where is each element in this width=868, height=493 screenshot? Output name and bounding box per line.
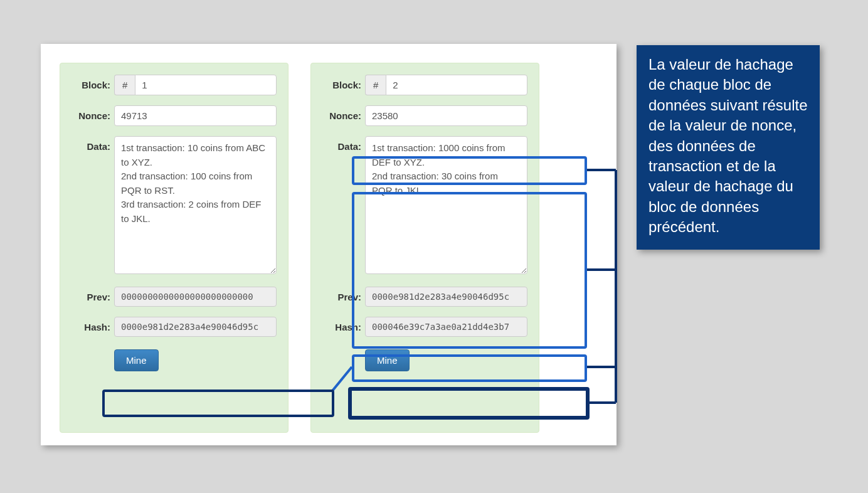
- blockchain-demo-panel: Block: # Nonce: Data: Prev: 0000000000: [41, 44, 617, 445]
- block-card-1: Block: # Nonce: Data: Prev: 0000000000: [60, 63, 288, 433]
- label-prev: Prev:: [71, 287, 114, 302]
- block-number-group: #: [114, 75, 277, 95]
- mine-button[interactable]: Mine: [365, 349, 410, 371]
- block-number-input[interactable]: [386, 75, 527, 95]
- hash-field: 0000e981d2e283a4e90046d95c: [114, 317, 277, 337]
- explanation-text: La valeur de hachage de chaque bloc de d…: [648, 56, 808, 235]
- nonce-input[interactable]: [365, 105, 527, 126]
- block-number-input[interactable]: [135, 75, 277, 95]
- nonce-input[interactable]: [114, 105, 277, 126]
- label-data: Data:: [322, 136, 365, 152]
- explanation-callout: La valeur de hachage de chaque bloc de d…: [637, 45, 820, 250]
- label-block: Block:: [322, 75, 365, 90]
- hash-prefix-addon: #: [365, 75, 386, 95]
- data-textarea[interactable]: [365, 136, 527, 274]
- label-hash: Hash:: [322, 317, 365, 332]
- label-prev: Prev:: [322, 287, 365, 302]
- label-nonce: Nonce:: [322, 105, 365, 121]
- data-textarea[interactable]: [114, 136, 277, 274]
- hash-field: 000046e39c7a3ae0a21dd4e3b7: [365, 317, 527, 337]
- block-card-2: Block: # Nonce: Data: Prev: 0000e981d2: [310, 63, 539, 433]
- label-hash: Hash:: [71, 317, 114, 332]
- label-block: Block:: [71, 75, 114, 90]
- mine-button[interactable]: Mine: [114, 349, 159, 371]
- label-data: Data:: [71, 136, 114, 152]
- label-nonce: Nonce:: [71, 105, 114, 121]
- hash-prefix-addon: #: [114, 75, 135, 95]
- prev-hash-field: 0000e981d2e283a4e90046d95c: [365, 287, 527, 307]
- prev-hash-field: 0000000000000000000000000: [114, 287, 277, 307]
- block-number-group: #: [365, 75, 527, 95]
